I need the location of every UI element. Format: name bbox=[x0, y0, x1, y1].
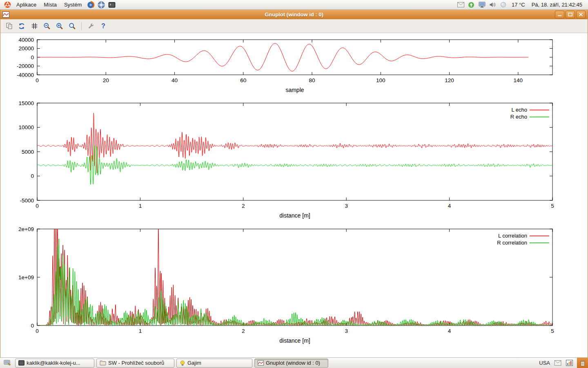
grid-icon[interactable] bbox=[29, 21, 39, 31]
y-tick-label: 0 bbox=[31, 54, 34, 61]
y-tick-label: 0 bbox=[31, 323, 34, 329]
mail-icon[interactable] bbox=[457, 1, 464, 9]
task-label: Gnuplot (window id : 0) bbox=[266, 360, 320, 366]
plot-3: 01234501e+092e+09distance [m]L correlati… bbox=[18, 226, 554, 344]
x-axis-label: distance [m] bbox=[279, 212, 310, 219]
x-tick-label: 1 bbox=[139, 328, 142, 334]
x-tick-label: 5 bbox=[551, 328, 554, 334]
x-tick-label: 0 bbox=[36, 203, 39, 209]
y-tick-label: -20000 bbox=[17, 63, 34, 69]
task-button-gnuplot[interactable]: Gnuplot (window id : 0) bbox=[254, 359, 328, 368]
top-panel: Aplikace Místa Systém bbox=[0, 0, 588, 10]
y-tick-label: 2e+09 bbox=[18, 226, 34, 232]
maximize-button[interactable] bbox=[566, 11, 575, 18]
plot-canvas: 020406080100120140-40000-200000200004000… bbox=[0, 33, 588, 357]
toolbar-separator bbox=[81, 22, 82, 30]
display-icon[interactable] bbox=[478, 1, 486, 9]
toolbar: ? bbox=[0, 19, 588, 33]
task-label: Gajim bbox=[187, 360, 201, 366]
taskbar-tray: USA bbox=[539, 358, 588, 368]
replot-icon[interactable] bbox=[17, 21, 27, 31]
x-tick-label: 4 bbox=[448, 328, 451, 334]
gnuplot-window-icon[interactable] bbox=[2, 11, 9, 18]
update-icon[interactable] bbox=[468, 1, 475, 9]
mail-tray-icon[interactable] bbox=[554, 359, 561, 367]
desktop: Aplikace Místa Systém bbox=[0, 0, 588, 368]
ubuntu-logo-icon[interactable] bbox=[2, 1, 12, 9]
help-question-icon[interactable]: ? bbox=[98, 21, 108, 31]
x-tick-label: 120 bbox=[445, 77, 454, 83]
unzoom-icon[interactable] bbox=[67, 21, 77, 31]
clock[interactable]: Pá, 18. září, 21:42:45 bbox=[530, 2, 584, 8]
panel-tray: 17 °C Pá, 18. září, 21:42:45 bbox=[457, 1, 586, 9]
trash-applet[interactable] bbox=[577, 358, 588, 368]
close-button[interactable] bbox=[576, 11, 586, 18]
series-r-echo bbox=[37, 146, 552, 185]
x-tick-label: 3 bbox=[345, 203, 348, 209]
task-label: kaklik@kaklik-kolej-u... bbox=[27, 360, 80, 366]
keyboard-layout-indicator[interactable]: USA bbox=[539, 360, 550, 366]
copy-icon[interactable] bbox=[4, 21, 14, 31]
series-l-correlation bbox=[37, 227, 552, 325]
x-axis-label: distance [m] bbox=[279, 337, 310, 344]
legend-label: R echo bbox=[510, 114, 527, 120]
x-tick-label: 0 bbox=[36, 328, 39, 334]
x-tick-label: 3 bbox=[345, 328, 348, 334]
gnuplot-window: Gnuplot (window id : 0) bbox=[0, 10, 588, 357]
titlebar[interactable]: Gnuplot (window id : 0) bbox=[0, 10, 588, 19]
temperature: 17 °C bbox=[510, 2, 527, 8]
menu-mista[interactable]: Místa bbox=[40, 0, 60, 9]
task-button-file-browser[interactable]: SW - Prohlížeč souborů bbox=[96, 359, 174, 368]
task-button-terminal[interactable]: kaklik@kaklik-kolej-u... bbox=[15, 359, 94, 368]
firefox-icon[interactable] bbox=[86, 1, 96, 9]
legend-label: L correlation bbox=[498, 233, 527, 239]
weather-icon[interactable] bbox=[499, 1, 507, 9]
x-axis-label: sample bbox=[285, 87, 304, 93]
menu-system[interactable]: Systém bbox=[61, 0, 85, 9]
y-tick-label: 5000 bbox=[22, 149, 34, 155]
y-tick-label: 20000 bbox=[18, 45, 34, 52]
taskbar: kaklik@kaklik-kolej-u... SW - Prohlížeč … bbox=[0, 357, 588, 368]
legend-label: L echo bbox=[511, 107, 527, 113]
x-tick-label: 100 bbox=[376, 77, 385, 83]
x-tick-label: 0 bbox=[36, 77, 39, 83]
x-tick-label: 140 bbox=[514, 77, 523, 83]
plot-2: 012345-5000050001000015000distance [m]L … bbox=[18, 100, 554, 219]
volume-icon[interactable] bbox=[489, 1, 496, 9]
zoom-next-icon[interactable] bbox=[55, 21, 65, 31]
x-tick-label: 20 bbox=[103, 77, 109, 83]
y-tick-label: 0 bbox=[31, 173, 34, 179]
window-controls bbox=[555, 11, 586, 18]
task-button-gajim[interactable]: Gajim bbox=[176, 359, 252, 368]
y-tick-label: -40000 bbox=[17, 72, 34, 78]
plot-1: 020406080100120140-40000-200000200004000… bbox=[17, 37, 552, 94]
tray-chart-icon[interactable] bbox=[566, 359, 573, 367]
x-tick-label: 2 bbox=[242, 203, 245, 209]
y-tick-label: 10000 bbox=[18, 124, 34, 130]
plot-border bbox=[37, 229, 552, 325]
x-tick-label: 40 bbox=[172, 77, 178, 83]
window-title: Gnuplot (window id : 0) bbox=[0, 11, 588, 18]
y-tick-label: 40000 bbox=[18, 37, 34, 43]
legend-label: R correlation bbox=[497, 240, 527, 246]
task-label: SW - Prohlížeč souborů bbox=[108, 360, 164, 366]
terminal-icon[interactable] bbox=[107, 1, 117, 9]
help-icon[interactable] bbox=[96, 1, 106, 9]
y-tick-label: -5000 bbox=[20, 197, 34, 204]
x-tick-label: 60 bbox=[240, 77, 246, 83]
plot-border bbox=[37, 103, 552, 200]
minimize-button[interactable] bbox=[555, 11, 564, 18]
zoom-previous-icon[interactable] bbox=[42, 21, 52, 31]
y-tick-label: 15000 bbox=[18, 100, 34, 106]
y-tick-label: 1e+09 bbox=[18, 274, 34, 280]
x-tick-label: 2 bbox=[242, 328, 245, 334]
series-r-correlation bbox=[37, 239, 552, 325]
x-tick-label: 5 bbox=[551, 203, 554, 209]
show-desktop-button[interactable] bbox=[2, 358, 13, 368]
menu-aplikace[interactable]: Aplikace bbox=[13, 0, 40, 9]
settings-wrench-icon[interactable] bbox=[86, 21, 96, 31]
x-tick-label: 4 bbox=[448, 203, 451, 209]
plots-svg: 020406080100120140-40000-200000200004000… bbox=[0, 33, 588, 358]
series-chirp-signal bbox=[37, 43, 528, 71]
x-tick-label: 80 bbox=[309, 77, 315, 83]
